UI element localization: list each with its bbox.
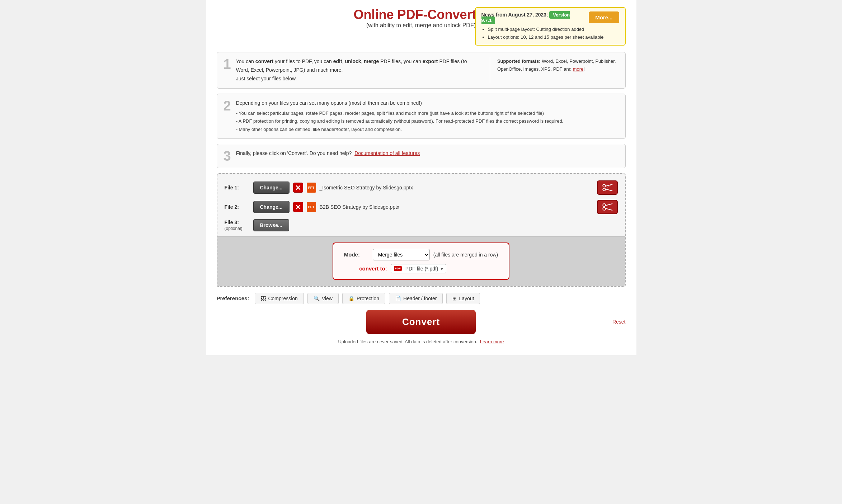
pref-compression-button[interactable]: 🖼 Compression (255, 293, 304, 304)
file-2-change-button[interactable]: Change... (253, 201, 290, 213)
layout-label: Layout (459, 296, 474, 301)
page-subtitle: (with ability to edit, merge and unlock … (353, 22, 488, 29)
convert-button[interactable]: Convert (366, 310, 476, 334)
convert-to-selector[interactable]: PDF PDF file (*.pdf) ▾ (391, 264, 446, 273)
pdf-icon: PDF (394, 266, 402, 271)
more-button[interactable]: More... (589, 11, 619, 23)
file-2-row: File 2: Change... PPT B2B SEO Strategy b… (225, 200, 618, 214)
step-2-box: 2 Depending on your files you can set ma… (217, 94, 626, 139)
svg-point-3 (603, 188, 606, 191)
step-2-main: Depending on your files you can set many… (236, 99, 619, 108)
pref-layout-button[interactable]: ⊞ Layout (446, 293, 480, 304)
pref-header-footer-button[interactable]: 📄 Header / footer (389, 293, 443, 304)
compression-icon: 🖼 (261, 296, 266, 301)
view-icon: 🔍 (314, 296, 320, 301)
file-3-label: File 3: (optional) (225, 220, 250, 231)
lock-icon: 🔒 (348, 296, 354, 301)
step-2-bullet-1: - You can select particular pages, rotat… (236, 109, 619, 117)
preferences-label: Preferences: (217, 295, 249, 301)
mode-area: Mode: Merge files Convert files Merge an… (217, 236, 625, 286)
step-1-number: 1 (224, 57, 231, 71)
scissors-icon (602, 183, 613, 192)
file-1-name: _Isometric SEO Strategy by Slidesgo.pptx (320, 185, 413, 190)
reset-link[interactable]: Reset (612, 319, 626, 325)
svg-line-4 (605, 184, 612, 186)
step-3-text: Finally, please click on 'Convert'. Do y… (236, 150, 352, 156)
convert-to-value: PDF file (*.pdf) (405, 266, 438, 272)
svg-point-10 (603, 207, 606, 210)
svg-line-5 (605, 189, 612, 190)
step-2-number: 2 (224, 99, 231, 113)
footer-text: Uploaded files are never saved. All data… (338, 339, 477, 344)
file-3-row: File 3: (optional) Browse... (225, 219, 618, 231)
file-2-scissors-button[interactable] (597, 200, 618, 214)
file-1-label: File 1: (225, 185, 250, 190)
mode-inner-box: Mode: Merge files Convert files Merge an… (333, 242, 510, 280)
step-2-bullet-2: - A PDF protection for printing, copying… (236, 117, 619, 125)
file-1-change-button[interactable]: Change... (253, 182, 290, 194)
file-2-ppt-icon: PPT (307, 202, 316, 212)
file-1-remove-button[interactable] (293, 183, 303, 193)
remove-icon (296, 185, 301, 190)
header-footer-label: Header / footer (403, 296, 437, 301)
news-item-1: Split multi-page layout: Cutting directi… (488, 25, 619, 33)
title-block: Online PDF-Converter (with ability to ed… (353, 7, 488, 29)
protection-label: Protection (357, 296, 379, 301)
step-1-right: Supported formats: Word, Excel, Powerpoi… (490, 57, 619, 83)
mode-description: (all files are merged in a row) (433, 252, 498, 258)
supported-formats-label: Supported formats: (497, 58, 541, 64)
svg-point-2 (603, 184, 606, 187)
mode-label: Mode: (344, 251, 369, 258)
page-title: Online PDF-Converter (353, 7, 488, 22)
file-2-name: B2B SEO Strategy by Slidesgo.pptx (320, 204, 400, 210)
remove-icon-2 (296, 204, 301, 209)
convert-to-row: convert to: PDF PDF file (*.pdf) ▾ (344, 264, 498, 273)
header: Online PDF-Converter (with ability to ed… (217, 7, 626, 46)
scissors-icon-2 (602, 203, 613, 211)
view-label: View (322, 296, 333, 301)
svg-line-11 (605, 204, 612, 206)
step-2-bullet-3: - Many other options can be defined, lik… (236, 126, 619, 133)
compression-label: Compression (268, 296, 297, 301)
file-1-row: File 1: Change... PPT _Isometric SEO Str… (225, 180, 618, 195)
step-1-left: You can convert your files to PDF, you c… (236, 57, 479, 83)
chevron-down-icon: ▾ (441, 266, 443, 272)
pref-view-button[interactable]: 🔍 View (307, 293, 339, 304)
file-2-label: File 2: (225, 204, 250, 210)
footer-note: Uploaded files are never saved. All data… (217, 339, 626, 344)
step-1-box: 1 You can convert your files to PDF, you… (217, 52, 626, 88)
file-1-scissors-button[interactable] (597, 180, 618, 195)
convert-area: Convert Reset (217, 310, 626, 334)
file-3-browse-button[interactable]: Browse... (253, 219, 289, 231)
file-1-ppt-icon: PPT (307, 183, 316, 193)
header-footer-icon: 📄 (395, 296, 401, 301)
more-formats-link[interactable]: more (573, 66, 584, 72)
svg-point-9 (603, 204, 606, 207)
svg-line-12 (605, 208, 612, 210)
layout-icon: ⊞ (452, 296, 457, 301)
mode-select[interactable]: Merge files Convert files Merge and conv… (373, 249, 430, 260)
news-box: News from August 27, 2023: Version 9.7.1… (475, 7, 626, 46)
preferences-area: Preferences: 🖼 Compression 🔍 View 🔒 Prot… (217, 293, 626, 304)
convert-to-label: convert to: (344, 265, 387, 272)
file-area: File 1: Change... PPT _Isometric SEO Str… (217, 173, 626, 287)
pref-protection-button[interactable]: 🔒 Protection (342, 293, 385, 304)
documentation-link[interactable]: Documentation of all features (354, 150, 420, 156)
mode-row: Mode: Merge files Convert files Merge an… (344, 249, 498, 260)
file-2-remove-button[interactable] (293, 202, 303, 212)
step-3-box: 3 Finally, please click on 'Convert'. Do… (217, 144, 626, 168)
news-list: Split multi-page layout: Cutting directi… (481, 25, 619, 41)
learn-more-link[interactable]: Learn more (480, 339, 504, 344)
news-item-2: Layout options: 10, 12 and 15 pages per … (488, 33, 619, 41)
step-3-number: 3 (224, 149, 231, 163)
